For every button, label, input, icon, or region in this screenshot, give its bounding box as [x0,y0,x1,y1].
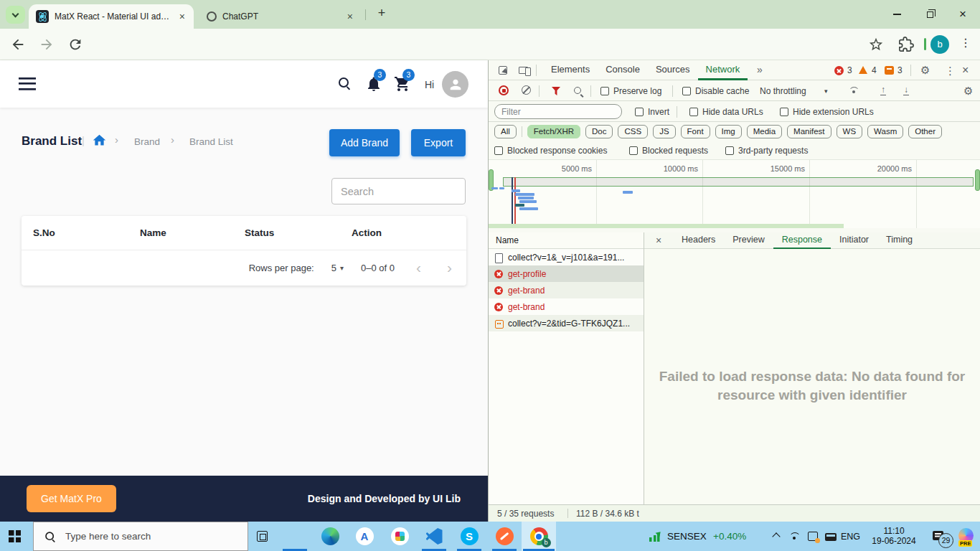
settings-gear-icon[interactable]: ⚙ [920,64,930,77]
more-tabs-button[interactable]: » [757,64,763,75]
stock-ticker-icon[interactable] [649,531,661,542]
devtools-tab-sources[interactable]: Sources [648,60,698,80]
bookmark-star-icon[interactable] [868,37,884,52]
inspect-element-icon[interactable] [499,66,507,75]
forward-button[interactable] [39,37,55,52]
menu-toggle-button[interactable] [19,77,36,90]
devtools-tab-elements[interactable]: Elements [543,60,598,80]
taskbar-app-chrome[interactable]: b [522,522,556,551]
timeline-scrollbar[interactable] [489,224,844,228]
request-row[interactable]: get-brand [489,298,644,315]
close-window-button[interactable]: × [947,0,979,29]
timeline-right-handle[interactable] [975,169,980,191]
filter-chip-other[interactable]: Other [908,125,942,138]
import-har-icon[interactable]: ↑ [880,85,886,95]
taskbar-app-edge[interactable] [313,522,347,551]
filter-chip-img[interactable]: Img [715,125,742,138]
hide-data-urls-checkbox[interactable] [689,108,698,116]
devtools-tab-network[interactable]: Network [698,60,748,80]
back-button[interactable] [10,37,26,52]
console-warnings-icon[interactable] [859,66,867,74]
tab-search-button[interactable] [6,6,25,24]
taskbar-clock[interactable]: 11:10 19-06-2024 [859,522,928,551]
extensions-icon[interactable] [898,37,914,52]
user-avatar[interactable] [442,71,468,98]
taskbar-search-box[interactable]: Type here to search [33,522,248,551]
request-row[interactable]: collect?v=1&_v=j101&a=191... [489,249,644,265]
detail-tab-preview[interactable]: Preview [724,232,773,249]
browser-tab-matx[interactable]: MatX React - Material UI admin × [29,4,194,29]
network-search-icon[interactable] [573,86,583,96]
filter-chip-wasm[interactable]: Wasm [867,125,903,138]
add-brand-button[interactable]: Add Brand [329,129,400,156]
close-devtools-icon[interactable]: × [962,64,969,77]
taskbar-app-app-a[interactable]: A [347,522,382,551]
filter-funnel-icon[interactable] [552,87,560,95]
filter-chip-js[interactable]: JS [653,125,675,138]
devtools-menu-icon[interactable]: ⋮ [945,65,956,77]
taskbar-app-postman[interactable] [487,522,522,551]
filter-chip-ws[interactable]: WS [837,125,863,138]
console-errors-icon[interactable] [834,66,844,75]
disable-cache-label[interactable]: Disable cache [695,86,749,96]
filter-chip-css[interactable]: CSS [618,125,648,138]
wifi-icon[interactable] [789,532,800,541]
pagination-next-button[interactable]: › [443,259,456,276]
taskbar-app-file-explorer[interactable] [278,522,312,551]
error-count[interactable]: 3 [847,65,852,75]
detail-tab-headers[interactable]: Headers [673,232,724,249]
devtools-tab-console[interactable]: Console [598,60,648,80]
ticker-label[interactable]: SENSEX [667,531,707,542]
invert-checkbox[interactable] [635,108,644,116]
notifications-button[interactable]: 3 [365,75,382,93]
browser-tab-chatgpt[interactable]: ChatGPT × [199,4,362,29]
ticker-change[interactable]: +0.40% [713,531,746,542]
detail-tab-response[interactable]: Response [773,232,831,249]
export-button[interactable]: Export [411,129,466,156]
taskbar-app-skype[interactable]: S [452,522,486,551]
record-network-log-icon[interactable] [499,85,509,95]
third-party-checkbox[interactable] [725,146,734,155]
issues-icon[interactable] [885,66,894,75]
blocked-requests-checkbox[interactable] [629,146,638,155]
request-list-header[interactable]: Name [489,232,644,249]
keyboard-icon[interactable] [825,533,837,541]
search-input[interactable] [331,178,466,204]
tray-app-icon[interactable] [808,532,818,541]
blocked-requests-label[interactable]: Blocked requests [642,146,708,156]
request-row[interactable]: get-profile [489,265,644,282]
get-matx-pro-button[interactable]: Get MatX Pro [27,485,116,512]
preserve-log-checkbox[interactable] [600,87,609,95]
device-toolbar-icon[interactable] [519,67,528,74]
network-overview-timeline[interactable]: 5000 ms10000 ms15000 ms20000 ms [489,160,980,228]
close-tab-icon[interactable]: × [346,11,354,22]
new-tab-button[interactable]: + [372,4,391,23]
request-row[interactable]: get-brand [489,282,644,298]
taskbar-app-vscode[interactable] [417,522,451,551]
rows-per-page-select[interactable]: 5 ▾ [331,263,344,273]
blocked-cookies-checkbox[interactable] [494,146,503,155]
detail-tab-timing[interactable]: Timing [877,232,921,249]
breadcrumb-home-icon[interactable] [92,133,107,151]
close-detail-icon[interactable]: × [644,235,673,246]
pagination-prev-button[interactable]: ‹ [412,259,425,276]
disable-cache-checkbox[interactable] [682,87,691,95]
tray-expand-icon[interactable] [772,532,780,540]
network-filter-input[interactable] [494,104,622,119]
request-row[interactable]: collect?v=2&tid=G-TFK6JQZ1... [489,315,644,331]
third-party-label[interactable]: 3rd-party requests [738,146,808,156]
hide-data-urls-label[interactable]: Hide data URLs [702,107,763,117]
filter-chip-font[interactable]: Font [681,125,710,138]
throttling-select[interactable]: No throttling [760,86,806,96]
blocked-cookies-label[interactable]: Blocked response cookies [507,146,607,156]
filter-chip-all[interactable]: All [494,125,517,138]
task-view-icon[interactable] [257,531,268,542]
breadcrumb-brand[interactable]: Brand [134,136,160,147]
export-har-icon[interactable]: ↓ [903,85,909,95]
detail-tab-initiator[interactable]: Initiator [831,232,877,249]
filter-chip-doc[interactable]: Doc [585,125,613,138]
network-settings-gear-icon[interactable]: ⚙ [963,85,973,98]
filter-chip-manifest[interactable]: Manifest [787,125,831,138]
reload-button[interactable] [67,37,83,52]
restore-button[interactable] [914,0,946,29]
